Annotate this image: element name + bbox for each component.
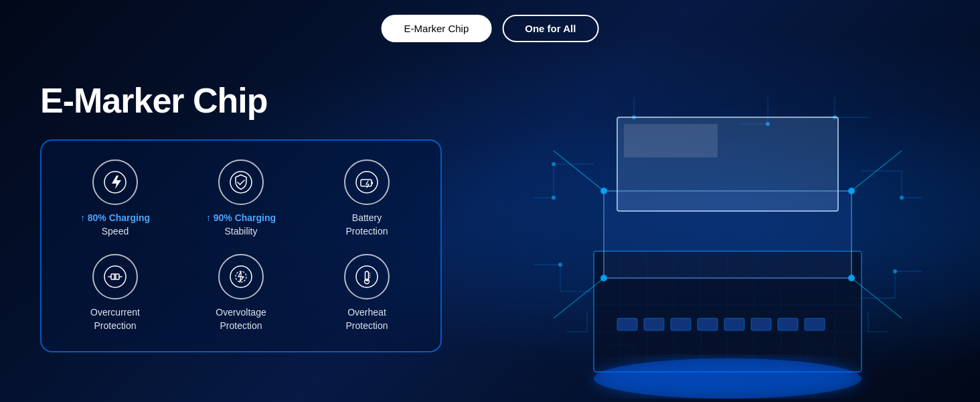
feature-item-battery-protection: BatteryProtection — [309, 159, 424, 238]
svg-rect-54 — [624, 124, 718, 157]
feature-item-overcurrent-protection: OvercurrentProtection — [58, 254, 173, 332]
overvoltage-protection-label: OvervoltageProtection — [216, 306, 266, 332]
thermometer-icon-circle — [344, 254, 390, 299]
svg-rect-44 — [617, 318, 637, 330]
feature-card: ↑ 80% ChargingSpeed — [40, 139, 442, 352]
svg-rect-48 — [724, 318, 744, 330]
page-title: E-Marker Chip — [40, 80, 475, 121]
tab-emarker-chip[interactable]: E-Marker Chip — [382, 15, 492, 42]
svg-point-5 — [104, 266, 126, 287]
shield-check-icon-circle — [218, 159, 264, 205]
feature-item-overheat-protection: OverheatProtection — [309, 254, 424, 332]
charging-speed-label: ↑ 80% ChargingSpeed — [80, 212, 150, 238]
battery-icon-circle — [344, 159, 390, 205]
circuit-svg — [500, 64, 955, 399]
feature-item-overvoltage-protection: OvervoltageProtection — [183, 254, 299, 332]
svg-point-24 — [558, 263, 562, 267]
svg-rect-50 — [778, 318, 798, 330]
svg-point-25 — [900, 196, 904, 200]
current-icon-circle — [92, 254, 138, 299]
right-section — [475, 60, 980, 402]
page-wrapper: E-Marker Chip One for All E-Marker Chip — [0, 0, 980, 402]
feature-item-charging-stability: ↑ 90% ChargingStability — [183, 159, 299, 238]
svg-rect-46 — [671, 318, 691, 330]
svg-rect-45 — [644, 318, 664, 330]
content-area: E-Marker Chip ↑ 80% ChargingSpeed — [40, 60, 980, 402]
charging-stability-label: ↑ 90% ChargingStability — [206, 212, 276, 238]
svg-rect-49 — [751, 318, 771, 330]
battery-protection-label: BatteryProtection — [345, 212, 388, 238]
svg-point-55 — [594, 358, 862, 399]
svg-rect-47 — [698, 318, 718, 330]
feature-item-charging-speed: ↑ 80% ChargingSpeed — [58, 159, 173, 238]
feature-grid: ↑ 80% ChargingSpeed — [58, 159, 424, 332]
overheat-protection-label: OverheatProtection — [345, 306, 388, 332]
svg-point-2 — [356, 172, 378, 193]
svg-rect-3 — [361, 180, 372, 186]
svg-rect-51 — [805, 318, 825, 330]
voltage-icon-circle — [218, 254, 264, 299]
left-section: E-Marker Chip ↑ 80% ChargingSpeed — [40, 60, 475, 352]
lightning-icon-circle — [92, 159, 138, 205]
tab-one-for-all[interactable]: One for All — [502, 15, 598, 42]
svg-point-22 — [552, 196, 556, 200]
svg-rect-8 — [111, 274, 114, 279]
svg-rect-4 — [372, 182, 373, 184]
overcurrent-protection-label: OvercurrentProtection — [90, 306, 140, 332]
svg-point-23 — [552, 162, 556, 166]
svg-point-26 — [893, 269, 897, 273]
nav-tabs: E-Marker Chip One for All — [382, 15, 599, 42]
chip-visual — [500, 64, 955, 399]
svg-rect-9 — [116, 274, 119, 279]
